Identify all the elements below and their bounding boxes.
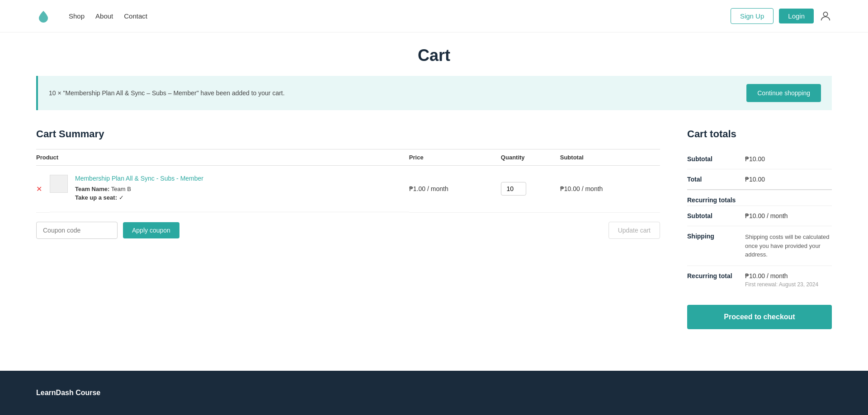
recurring-totals-heading: Recurring totals <box>687 190 832 206</box>
coupon-input[interactable] <box>36 222 118 239</box>
table-row: ✕ Membership Plan All & Sync - Subs - Me… <box>36 166 660 213</box>
product-info: Membership Plan All & Sync - Subs - Memb… <box>68 175 203 203</box>
product-seat: Take up a seat: ✓ <box>75 194 203 201</box>
login-button[interactable]: Login <box>779 9 814 23</box>
total-row: Total ₱10.00 <box>687 169 832 190</box>
nav-shop[interactable]: Shop <box>69 12 85 20</box>
coupon-row: Apply coupon Update cart <box>36 213 660 248</box>
footer: LearnDash Course <box>0 371 868 415</box>
quantity-input[interactable] <box>501 182 526 196</box>
subtotal-row: Subtotal ₱10.00 <box>687 149 832 169</box>
nav-contact[interactable]: Contact <box>124 12 147 20</box>
col-price-header: Price <box>409 149 501 166</box>
header: Shop About Contact Sign Up Login <box>0 0 868 33</box>
col-subtotal-header: Subtotal <box>560 149 660 166</box>
content-area: Cart Summary Product Price Quantity Subt… <box>36 128 832 329</box>
cart-totals-section: Cart totals Subtotal ₱10.00 Total ₱10.00… <box>687 128 832 329</box>
cart-summary-title: Cart Summary <box>36 128 660 140</box>
recurring-total-row: Recurring total ₱10.00 / month First ren… <box>687 266 832 294</box>
main-content: Cart 10 × "Membership Plan All & Sync – … <box>0 33 868 371</box>
recurring-subtotal-row: Subtotal ₱10.00 / month <box>687 206 832 226</box>
total-label: Total <box>687 169 745 190</box>
total-value: ₱10.00 <box>745 169 832 190</box>
cart-table: Product Price Quantity Subtotal ✕ <box>36 149 660 213</box>
cart-section: Cart Summary Product Price Quantity Subt… <box>36 128 660 248</box>
cart-totals-title: Cart totals <box>687 128 832 140</box>
col-qty-header: Quantity <box>501 149 560 166</box>
recurring-subtotal-value: ₱10.00 / month <box>745 206 832 226</box>
recurring-total-label: Recurring total <box>687 266 745 294</box>
notification-bar: 10 × "Membership Plan All & Sync – Subs … <box>36 76 832 110</box>
page-title: Cart <box>36 46 832 65</box>
continue-shopping-button[interactable]: Continue shopping <box>746 84 821 102</box>
svg-point-0 <box>823 12 827 16</box>
recurring-subtotal-label: Subtotal <box>687 206 745 226</box>
col-product-header: Product <box>36 149 409 166</box>
first-renewal-text: First renewal: August 23, 2024 <box>745 281 832 288</box>
main-nav: Shop About Contact <box>69 12 147 20</box>
product-quantity-cell <box>501 166 560 213</box>
footer-brand: LearnDash Course <box>36 389 832 397</box>
product-team-name: Team Name: Team B <box>75 186 203 192</box>
update-cart-button[interactable]: Update cart <box>609 222 660 239</box>
subtotal-label: Subtotal <box>687 149 745 169</box>
product-price: ₱1.00 / month <box>409 166 501 213</box>
product-thumbnail <box>50 175 68 193</box>
shipping-label: Shipping <box>687 226 745 266</box>
notification-text: 10 × "Membership Plan All & Sync – Subs … <box>49 89 285 97</box>
apply-coupon-button[interactable]: Apply coupon <box>123 222 179 238</box>
recurring-total-value: ₱10.00 / month First renewal: August 23,… <box>745 266 832 294</box>
shipping-value: Shipping costs will be calculated once y… <box>745 226 832 266</box>
user-icon[interactable] <box>819 10 832 23</box>
header-right: Sign Up Login <box>731 8 832 24</box>
signup-button[interactable]: Sign Up <box>731 8 774 24</box>
shipping-row: Shipping Shipping costs will be calculat… <box>687 226 832 266</box>
logo[interactable] <box>36 9 51 23</box>
product-link[interactable]: Membership Plan All & Sync - Subs - Memb… <box>75 175 203 182</box>
nav-about[interactable]: About <box>95 12 113 20</box>
totals-table: Subtotal ₱10.00 Total ₱10.00 Recurring t… <box>687 149 832 294</box>
product-subtotal: ₱10.00 / month <box>560 166 660 213</box>
checkout-button[interactable]: Proceed to checkout <box>687 305 832 329</box>
remove-item-button[interactable]: ✕ <box>36 185 47 193</box>
subtotal-value: ₱10.00 <box>745 149 832 169</box>
